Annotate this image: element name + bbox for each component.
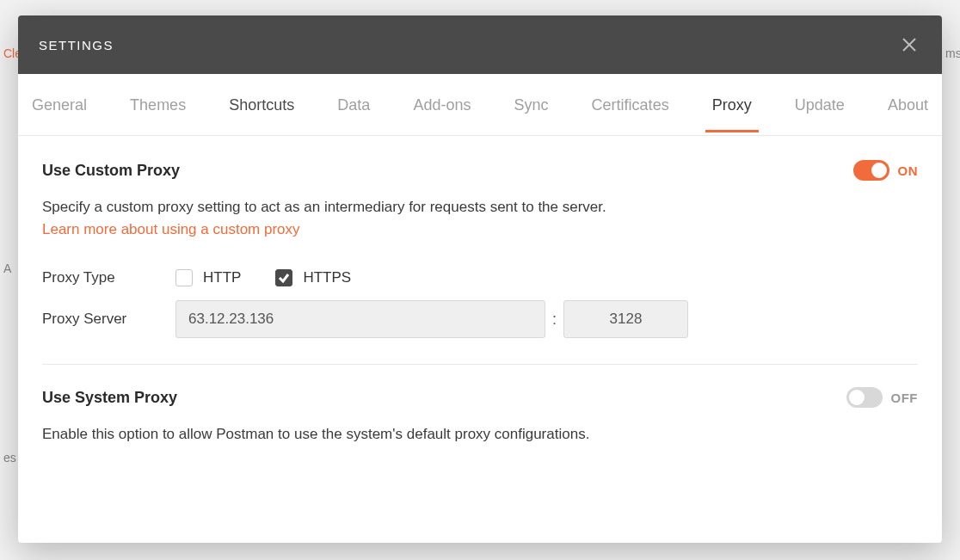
custom-proxy-toggle[interactable] bbox=[853, 160, 889, 181]
settings-content: Use Custom Proxy ON Specify a custom pro… bbox=[18, 136, 942, 543]
tab-about[interactable]: About bbox=[888, 77, 928, 132]
learn-more-link[interactable]: Learn more about using a custom proxy bbox=[42, 221, 300, 237]
proxy-server-label: Proxy Server bbox=[42, 311, 175, 328]
close-button[interactable] bbox=[897, 33, 921, 57]
system-proxy-toggle-label: OFF bbox=[891, 391, 919, 405]
system-proxy-toggle[interactable] bbox=[846, 387, 883, 408]
tab-certificates[interactable]: Certificates bbox=[592, 77, 669, 132]
tab-shortcuts[interactable]: Shortcuts bbox=[229, 77, 294, 132]
tab-proxy[interactable]: Proxy bbox=[712, 77, 752, 132]
custom-proxy-toggle-label: ON bbox=[898, 163, 919, 178]
bg-fragment bbox=[0, 0, 77, 14]
modal-title: SETTINGS bbox=[39, 38, 114, 52]
system-proxy-title: Use System Proxy bbox=[42, 389, 177, 407]
toggle-knob bbox=[849, 390, 865, 405]
tab-addons[interactable]: Add-ons bbox=[413, 77, 471, 132]
tabs-bar: General Themes Shortcuts Data Add-ons Sy… bbox=[18, 74, 942, 136]
tab-data[interactable]: Data bbox=[337, 77, 370, 132]
proxy-port-input[interactable] bbox=[563, 300, 688, 338]
system-proxy-toggle-wrap: OFF bbox=[846, 387, 919, 408]
bg-fragment: es bbox=[0, 447, 12, 465]
section-divider bbox=[42, 364, 918, 365]
proxy-server-row: Proxy Server : bbox=[42, 300, 918, 338]
https-checkbox[interactable] bbox=[275, 269, 292, 286]
custom-proxy-header: Use Custom Proxy ON bbox=[42, 160, 918, 181]
check-icon bbox=[278, 272, 290, 284]
https-checkbox-label: HTTPS bbox=[303, 269, 351, 286]
tab-general[interactable]: General bbox=[32, 77, 87, 132]
toggle-knob bbox=[871, 163, 887, 178]
custom-proxy-description: Specify a custom proxy setting to act as… bbox=[42, 196, 918, 240]
http-checkbox-label: HTTP bbox=[203, 269, 241, 286]
bg-fragment: A bbox=[0, 258, 9, 275]
bg-fragment: Cle bbox=[0, 43, 15, 60]
proxy-type-row: Proxy Type HTTP HTTPS bbox=[42, 269, 918, 286]
settings-modal: SETTINGS General Themes Shortcuts Data A… bbox=[18, 15, 942, 543]
tab-themes[interactable]: Themes bbox=[130, 77, 186, 132]
system-proxy-description: Enable this option to allow Postman to u… bbox=[42, 423, 918, 446]
server-port-separator: : bbox=[552, 311, 557, 329]
custom-proxy-description-text: Specify a custom proxy setting to act as… bbox=[42, 199, 606, 215]
close-icon bbox=[902, 37, 917, 52]
custom-proxy-title: Use Custom Proxy bbox=[42, 162, 180, 180]
tab-update[interactable]: Update bbox=[795, 77, 845, 132]
bg-fragment: ms bbox=[942, 43, 960, 60]
http-checkbox[interactable] bbox=[175, 269, 193, 286]
system-proxy-header: Use System Proxy OFF bbox=[42, 387, 918, 408]
proxy-server-input[interactable] bbox=[175, 300, 545, 338]
proxy-type-label: Proxy Type bbox=[42, 269, 175, 286]
modal-header: SETTINGS bbox=[18, 15, 942, 74]
tab-sync[interactable]: Sync bbox=[514, 77, 549, 132]
custom-proxy-toggle-wrap: ON bbox=[853, 160, 919, 181]
